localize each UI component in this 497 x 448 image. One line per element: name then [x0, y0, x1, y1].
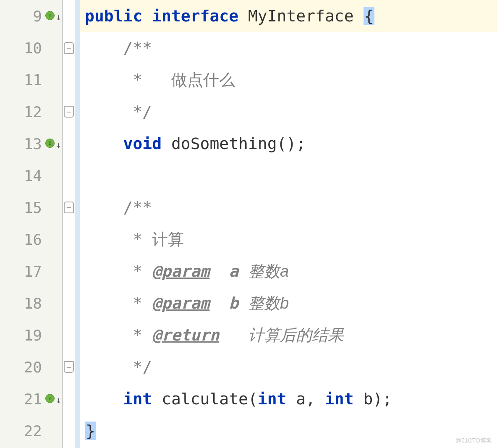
line-number: 18: [24, 295, 42, 312]
gutter-line[interactable]: 22: [0, 415, 62, 447]
fold-line: [63, 383, 75, 415]
gutter-line[interactable]: 19: [0, 319, 62, 351]
gutter-line[interactable]: 13↓: [0, 128, 62, 160]
fold-line: [63, 255, 75, 287]
gutter-line[interactable]: 14: [0, 160, 62, 191]
fold-toggle-icon[interactable]: [64, 106, 74, 118]
gutter-line[interactable]: 15: [0, 191, 62, 223]
line-number: 20: [24, 359, 42, 376]
code-editor[interactable]: 9↓10111213↓1415161718192021↓22 public in…: [0, 0, 497, 448]
fold-toggle-icon[interactable]: [64, 361, 74, 373]
code-token: *: [85, 326, 152, 344]
code-line[interactable]: * 做点什么: [80, 64, 497, 96]
code-line[interactable]: */: [80, 96, 497, 128]
gutter-line[interactable]: 18: [0, 287, 62, 319]
gutter-marker-slot: ↓: [47, 10, 59, 22]
code-line[interactable]: /**: [80, 191, 497, 223]
line-number: 15: [24, 199, 42, 216]
code-token: [238, 294, 248, 312]
implemented-method-icon[interactable]: ↓: [48, 139, 58, 149]
code-token: }: [85, 422, 96, 440]
gutter-marker-slot: [47, 106, 59, 118]
fold-line: [63, 160, 75, 191]
fold-line: [63, 128, 75, 160]
gutter-marker-slot: [47, 74, 59, 86]
code-area[interactable]: public interface MyInterface { /** * 做点什…: [80, 0, 497, 448]
code-token: 整数b: [248, 293, 289, 314]
line-number: 11: [24, 71, 42, 89]
gutter-line[interactable]: 21↓: [0, 383, 62, 415]
gutter-marker-slot: [47, 265, 59, 277]
fold-toggle-icon[interactable]: [64, 202, 74, 213]
code-token: */: [85, 102, 152, 121]
code-line[interactable]: * 计算: [80, 223, 497, 255]
code-line[interactable]: * @return 计算后的结果: [80, 319, 497, 351]
gutter-marker-slot: [47, 42, 59, 54]
code-line[interactable]: * @param b 整数b: [80, 287, 497, 319]
code-token: *: [85, 71, 171, 89]
code-token: *: [85, 294, 152, 312]
gutter-marker-slot: ↓: [47, 138, 59, 149]
code-token: [209, 294, 229, 312]
code-token: b);: [354, 390, 392, 408]
code-line[interactable]: public interface MyInterface {: [80, 0, 497, 32]
code-token: */: [85, 358, 152, 376]
fold-line: [63, 287, 75, 319]
code-token: [219, 326, 248, 344]
code-token: [85, 134, 123, 153]
code-line[interactable]: void doSomething();: [80, 128, 497, 160]
code-line[interactable]: /**: [80, 32, 497, 64]
line-number: 21: [24, 390, 42, 408]
code-token: [238, 262, 248, 280]
code-line[interactable]: }: [80, 415, 497, 447]
code-token: 计算后的结果: [248, 325, 344, 346]
implemented-method-icon[interactable]: ↓: [48, 11, 58, 21]
code-line[interactable]: * @param a 整数a: [80, 255, 497, 287]
code-token: *: [85, 262, 152, 280]
gutter-marker-slot: [47, 329, 59, 341]
implemented-method-icon[interactable]: ↓: [48, 394, 58, 404]
line-number: 14: [24, 167, 42, 184]
code-line[interactable]: [80, 160, 497, 191]
gutter-line[interactable]: 9↓: [0, 0, 62, 32]
gutter-line[interactable]: 12: [0, 96, 62, 128]
gutter-marker-slot: [47, 170, 59, 181]
line-number: 16: [24, 231, 42, 248]
code-token: @return: [152, 326, 219, 344]
code-token: 做点什么: [171, 69, 235, 91]
code-token: 整数a: [248, 261, 289, 282]
code-token: doSomething();: [162, 134, 306, 153]
gutter-line[interactable]: 16: [0, 223, 62, 255]
code-token: /**: [85, 39, 152, 57]
line-number: 19: [24, 327, 42, 344]
gutter-line[interactable]: 20: [0, 351, 62, 383]
code-token: void: [123, 134, 162, 153]
code-line[interactable]: */: [80, 351, 497, 383]
gutter-marker-slot: [47, 297, 59, 309]
fold-line: [63, 96, 75, 128]
code-token: /**: [85, 198, 152, 217]
code-token: interface: [152, 7, 238, 25]
fold-line: [63, 0, 75, 32]
fold-line: [63, 319, 75, 351]
fold-toggle-icon[interactable]: [64, 42, 74, 54]
fold-line: [63, 223, 75, 255]
code-token: a: [229, 262, 238, 280]
code-token: {: [364, 7, 375, 25]
code-token: int: [123, 390, 152, 408]
line-number: 10: [24, 39, 42, 57]
gutter-line[interactable]: 17: [0, 255, 62, 287]
gutter-marker-slot: [47, 202, 59, 213]
gutter-marker-slot: [47, 425, 59, 437]
code-token: @param: [152, 294, 209, 312]
code-token: [209, 262, 229, 280]
code-line[interactable]: int calculate(int a, int b);: [80, 383, 497, 415]
code-token: int: [325, 390, 354, 408]
gutter-line[interactable]: 10: [0, 32, 62, 64]
code-token: b: [229, 294, 238, 312]
line-number: 22: [24, 422, 42, 440]
watermark: @51CTO博客: [455, 437, 492, 445]
gutter-line[interactable]: 11: [0, 64, 62, 96]
gutter: 9↓10111213↓1415161718192021↓22: [0, 0, 63, 448]
fold-line: [63, 415, 75, 447]
